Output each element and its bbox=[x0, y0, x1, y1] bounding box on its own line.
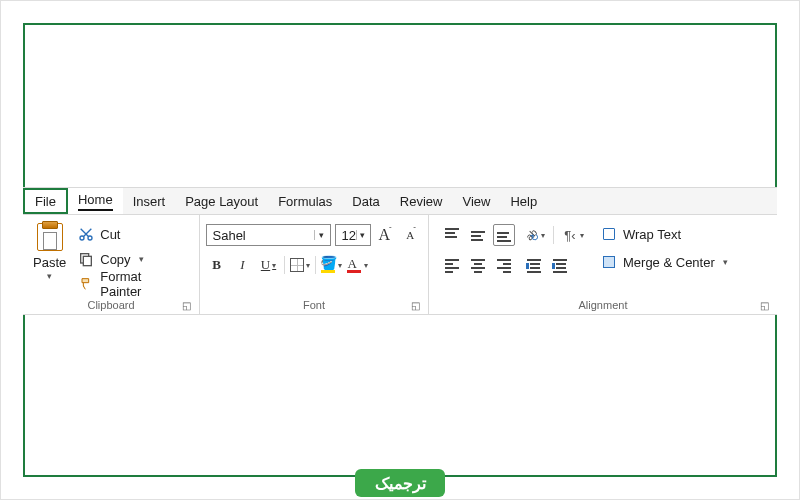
tabs-bar: File Home Insert Page Layout Formulas Da… bbox=[23, 187, 777, 215]
clipboard-dialog-launcher[interactable]: ◱ bbox=[182, 300, 191, 311]
group-clipboard-label: Clipboard bbox=[87, 299, 134, 311]
scissors-icon bbox=[78, 226, 94, 242]
merge-center-button[interactable]: Merge & Center ▾ bbox=[601, 251, 728, 273]
tab-formulas-label: Formulas bbox=[278, 194, 332, 209]
font-color-button[interactable]: A bbox=[346, 254, 368, 276]
tab-review-label: Review bbox=[400, 194, 443, 209]
align-middle-button[interactable] bbox=[467, 224, 489, 246]
tab-data[interactable]: Data bbox=[342, 188, 389, 214]
font-dialog-launcher[interactable]: ◱ bbox=[411, 300, 420, 311]
font-name-value: Sahel bbox=[213, 228, 314, 243]
fill-color-icon: 🪣 bbox=[320, 257, 336, 273]
italic-button[interactable]: I bbox=[232, 254, 254, 276]
chevron-down-icon: ▾ bbox=[314, 230, 328, 240]
group-clipboard: Paste ▾ Cut bbox=[23, 215, 199, 314]
font-size-combo[interactable]: 12 ▾ bbox=[335, 224, 371, 246]
tab-file-label: File bbox=[35, 194, 56, 209]
align-left-button[interactable] bbox=[441, 254, 463, 276]
cut-button[interactable]: Cut bbox=[74, 223, 189, 245]
cut-label: Cut bbox=[100, 227, 120, 242]
app-frame: File Home Insert Page Layout Formulas Da… bbox=[0, 0, 800, 500]
chevron-down-icon: ▾ bbox=[356, 230, 368, 240]
format-painter-button[interactable]: Format Painter bbox=[74, 273, 189, 295]
paste-label: Paste bbox=[33, 255, 66, 270]
svg-rect-3 bbox=[84, 256, 92, 265]
tab-review[interactable]: Review bbox=[390, 188, 453, 214]
bold-button[interactable]: B bbox=[206, 254, 228, 276]
tab-insert[interactable]: Insert bbox=[123, 188, 176, 214]
paragraph-rtl-icon: ¶‹ bbox=[562, 227, 578, 243]
copy-label: Copy bbox=[100, 252, 130, 267]
decrease-indent-button[interactable] bbox=[523, 254, 545, 276]
wrap-text-label: Wrap Text bbox=[623, 227, 681, 242]
watermark-text: ترجمیک bbox=[375, 474, 426, 493]
tab-view-label: View bbox=[462, 194, 490, 209]
increase-font-size-button[interactable]: Aˆ bbox=[375, 224, 397, 246]
group-alignment: ab↻ ¶‹ bbox=[429, 215, 777, 314]
tab-help[interactable]: Help bbox=[500, 188, 547, 214]
decrease-font-size-button[interactable]: Aˇ bbox=[401, 224, 423, 246]
align-right-button[interactable] bbox=[493, 254, 515, 276]
paste-icon bbox=[37, 223, 63, 251]
copy-button[interactable]: Copy ▾ bbox=[74, 248, 189, 270]
tab-home[interactable]: Home bbox=[68, 188, 123, 214]
increase-indent-button[interactable] bbox=[549, 254, 571, 276]
paste-button[interactable]: Paste ▾ bbox=[27, 219, 72, 281]
tab-help-label: Help bbox=[510, 194, 537, 209]
copy-icon bbox=[78, 251, 94, 267]
format-painter-icon bbox=[78, 276, 94, 292]
align-center-button[interactable] bbox=[467, 254, 489, 276]
watermark-badge: ترجمیک bbox=[355, 469, 445, 497]
tab-data-label: Data bbox=[352, 194, 379, 209]
fill-color-button[interactable]: 🪣 bbox=[320, 254, 342, 276]
tab-file[interactable]: File bbox=[23, 188, 68, 214]
tab-view[interactable]: View bbox=[452, 188, 500, 214]
ribbon: File Home Insert Page Layout Formulas Da… bbox=[23, 187, 777, 315]
font-color-icon: A bbox=[346, 257, 362, 273]
chevron-down-icon: ▾ bbox=[139, 254, 144, 264]
chevron-down-icon[interactable]: ▾ bbox=[47, 271, 52, 281]
font-name-combo[interactable]: Sahel ▾ bbox=[206, 224, 331, 246]
chevron-down-icon: ▾ bbox=[723, 257, 728, 267]
tab-insert-label: Insert bbox=[133, 194, 166, 209]
orientation-icon: ab↻ bbox=[523, 227, 539, 243]
rtl-direction-button[interactable]: ¶‹ bbox=[562, 224, 584, 246]
font-size-value: 12 bbox=[342, 228, 356, 243]
group-font-label: Font bbox=[303, 299, 325, 311]
underline-button[interactable]: U bbox=[258, 254, 280, 276]
merge-center-label: Merge & Center bbox=[623, 255, 715, 270]
wrap-text-icon bbox=[601, 226, 617, 242]
group-alignment-label: Alignment bbox=[579, 299, 628, 311]
orientation-button[interactable]: ab↻ bbox=[523, 224, 545, 246]
tab-pagelayout-label: Page Layout bbox=[185, 194, 258, 209]
tab-pagelayout[interactable]: Page Layout bbox=[175, 188, 268, 214]
ribbon-groups: Paste ▾ Cut bbox=[23, 215, 777, 315]
borders-button[interactable] bbox=[289, 254, 311, 276]
alignment-dialog-launcher[interactable]: ◱ bbox=[760, 300, 769, 311]
merge-center-icon bbox=[601, 254, 617, 270]
align-top-button[interactable] bbox=[441, 224, 463, 246]
group-font: Sahel ▾ 12 ▾ Aˆ Aˇ B I bbox=[200, 215, 428, 314]
align-bottom-button[interactable] bbox=[493, 224, 515, 246]
tab-formulas[interactable]: Formulas bbox=[268, 188, 342, 214]
borders-icon bbox=[290, 258, 304, 272]
wrap-text-button[interactable]: Wrap Text bbox=[601, 223, 728, 245]
tab-home-label: Home bbox=[78, 192, 113, 211]
